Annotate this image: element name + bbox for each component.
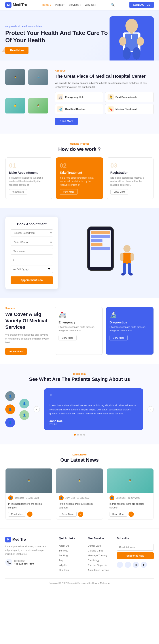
phone-row-2 xyxy=(91,235,110,238)
step-btn-1[interactable]: View More xyxy=(9,189,27,194)
about-content: About Us The Great Place Of Medical Hosp… xyxy=(55,69,154,125)
appointment-section: Book Appointment Selecty Department Sele… xyxy=(0,208,159,298)
footer-logo-text: MediTro xyxy=(12,538,26,542)
working-title: How do we work ? xyxy=(5,146,154,152)
news-arrow-3[interactable]: › xyxy=(128,512,134,517)
footer-service-cardiac: Cardiac Clinic xyxy=(88,549,112,552)
news-meta-text-3: John Doe • 31 July 2023 xyxy=(116,497,140,499)
subscribe-email-input[interactable] xyxy=(117,544,154,550)
feature-medical-treatment: 💊 Medical Treatment xyxy=(105,104,154,114)
search-icon[interactable]: 🔍 xyxy=(111,3,114,6)
news-meta-text-1: John Doe • 31 July 2023 xyxy=(15,497,39,499)
step-num-3: 03 xyxy=(110,162,150,169)
department-select[interactable]: Selecty Department xyxy=(10,230,53,236)
footer-brand-col: M MediTro Lorem ipsum dolor sit amet, co… xyxy=(5,537,54,573)
nav-whyus[interactable]: Why Us xyxy=(85,3,96,6)
svg-point-8 xyxy=(123,47,131,60)
nav-services[interactable]: Services xyxy=(68,3,81,6)
phone-screen xyxy=(90,230,111,267)
service-card-emergency: 🚑 Emergency Phasellus venenatis porta rh… xyxy=(55,307,103,355)
svg-rect-13 xyxy=(130,253,134,261)
testimonial-name: John Doe xyxy=(50,419,138,422)
emergency-help-label: Emergency Help xyxy=(65,96,84,98)
nav-pages[interactable]: Pages xyxy=(55,3,64,6)
about-image-4: 👩‍⚕️ xyxy=(28,98,50,125)
qualified-doctors-icon: 🩺 xyxy=(57,106,64,112)
diagnostics-service-icon: 🔬 xyxy=(110,311,150,318)
footer-link-services: Services xyxy=(59,549,84,552)
news-arrow-1[interactable]: › xyxy=(27,512,32,517)
service-card-diagnostics: 🔬 Diagnostics Phasellus venenatis porta … xyxy=(106,307,154,355)
step-btn-2[interactable]: View More xyxy=(60,189,78,194)
hero-read-more-button[interactable]: Read More xyxy=(5,47,28,54)
contact-button[interactable]: CONTACT US xyxy=(130,2,154,8)
news-grid: 👨‍⚕️ 👤 John Doe • 31 July 2023 In this h… xyxy=(5,468,154,520)
step-btn-3[interactable]: View More xyxy=(110,189,128,194)
news-meta-2: 👤 John Doe • 31 July 2023 xyxy=(59,496,100,500)
subscribe-button[interactable]: Subscribe Now xyxy=(117,552,154,559)
diagnostics-service-desc: Phasellus venenatis porta rhoncus. Integ… xyxy=(110,326,150,332)
svg-point-9 xyxy=(132,47,140,60)
footer-contact-label: Contact Us xyxy=(14,560,34,562)
person-figure-svg xyxy=(118,244,136,280)
triangle-decoration xyxy=(2,47,8,52)
footer-link-whyus: Why Us xyxy=(59,564,84,567)
appointment-submit-button[interactable]: Appointment Now xyxy=(10,276,53,284)
linkedin-icon[interactable]: in xyxy=(133,562,139,568)
footer-subscribe-title: Subcribe xyxy=(117,537,154,541)
logo-text: MediTro xyxy=(13,3,27,7)
dot-1[interactable] xyxy=(74,434,76,436)
feature-qualified-doctors: 🩺 Qualified Doctors xyxy=(55,104,103,114)
prev-arrow[interactable]: ‹ xyxy=(34,406,40,412)
news-read-btn-1[interactable]: Read More xyxy=(8,512,26,516)
news-card-3: 👨‍⚕️ 👤 John Doe • 31 July 2023 In this h… xyxy=(107,468,154,520)
twitter-icon[interactable]: t xyxy=(125,562,131,568)
logo[interactable]: M MediTro xyxy=(5,2,27,8)
name-input[interactable] xyxy=(10,248,53,254)
all-services-button[interactable]: All services xyxy=(5,348,27,355)
dot-4[interactable] xyxy=(83,434,85,436)
date-input[interactable] xyxy=(10,266,53,273)
services-left: Services We Cover A Big Variety Of Medic… xyxy=(5,307,50,355)
news-author-avatar-3: 👤 xyxy=(110,496,114,500)
step-desc-3: It is a long established fact that a rea… xyxy=(110,176,150,186)
youtube-icon[interactable]: ▶ xyxy=(141,562,147,568)
feature-emergency-help: 🚑 Emergency Help xyxy=(55,92,103,102)
avatar-2: 👤 xyxy=(5,404,15,414)
testimonial-dots xyxy=(5,434,154,436)
emergency-service-button[interactable]: View More xyxy=(58,335,77,340)
news-arrow-2[interactable]: › xyxy=(78,512,83,517)
news-meta-3: 👤 John Doe • 31 July 2023 xyxy=(110,496,151,500)
footer-link-about: About Us xyxy=(59,544,84,547)
testimonial-card: " Lorem ipsum dolor sit amet, consectetu… xyxy=(44,388,143,430)
about-image-3: 👶 xyxy=(5,98,26,125)
avatar-5: 👤 xyxy=(20,410,29,420)
footer-contact-phone: +01 123 456 7890 xyxy=(14,562,34,565)
news-section: Latest News Our Latest News 👨‍⚕️ 👤 John … xyxy=(0,444,159,528)
hero-text: we provide all health care solution Prot… xyxy=(5,25,110,60)
next-arrow[interactable]: › xyxy=(148,406,154,412)
dot-3[interactable] xyxy=(80,434,82,436)
best-professionals-label: Best Professionals xyxy=(116,96,137,98)
diagnostics-service-button[interactable]: View More xyxy=(110,335,128,340)
doctor-svg xyxy=(114,17,149,60)
hero-tagline: we provide all health care solution xyxy=(5,25,110,28)
news-body-2: 👤 John Doe • 31 July 2023 In this hospit… xyxy=(56,493,103,520)
nav-home[interactable]: Home xyxy=(42,3,51,6)
testimonial-section: Testimonial See What Are The Patients Sa… xyxy=(0,364,159,444)
footer-ourservice-col: Our Service Dental Care Cardiac Clinic M… xyxy=(88,537,112,573)
about-read-more-button[interactable]: Read More xyxy=(55,118,78,125)
facebook-icon[interactable]: f xyxy=(117,562,123,568)
step-card-1: 01 Make Appointtment It is a long establ… xyxy=(5,158,52,199)
dot-2[interactable] xyxy=(77,434,79,436)
phone-input[interactable] xyxy=(10,257,53,264)
date-group xyxy=(10,266,53,273)
best-professionals-icon: 👨‍⚕️ xyxy=(108,94,114,100)
doctor-select[interactable]: Select Doctor xyxy=(10,239,53,246)
news-read-btn-3[interactable]: Read More xyxy=(110,512,127,516)
news-read-btn-2[interactable]: Read More xyxy=(59,512,76,516)
services-tag: Services xyxy=(5,307,50,310)
dept-group: Selecty Department xyxy=(10,230,53,236)
about-title: The Great Place Of Medical Hospital Cent… xyxy=(55,73,154,79)
news-body-1: 👤 John Doe • 31 July 2023 In this hospit… xyxy=(6,493,52,520)
